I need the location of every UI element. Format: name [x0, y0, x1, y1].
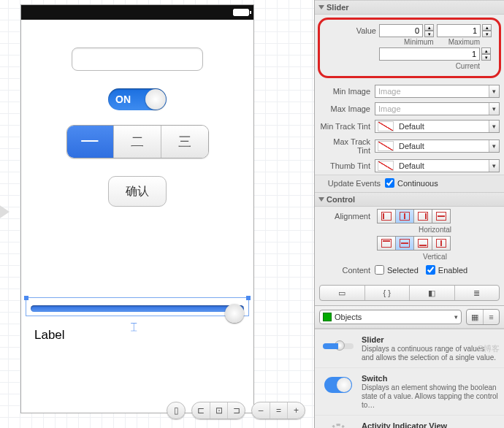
align-h-center-button[interactable]	[395, 209, 414, 223]
chevron-down-icon[interactable]: ▾	[489, 85, 499, 97]
enabled-checkbox[interactable]: Enabled	[426, 265, 467, 275]
continuous-checkbox[interactable]: Continuous	[385, 178, 438, 188]
inspector-panel: Slider Value ▴▾ ▴▾ Minimum Maximum ▴▾ Cu…	[314, 0, 504, 428]
min-image-combo[interactable]: Image ▾	[375, 85, 500, 98]
chevron-down-icon[interactable]: ▾	[451, 313, 461, 321]
slider-selected[interactable]	[26, 297, 249, 316]
chevron-down-icon[interactable]: ▾	[489, 140, 499, 152]
lib-item-desc: Displays a continuous range of values an…	[362, 345, 496, 362]
zoom-in-button[interactable]: +	[287, 402, 305, 419]
chevron-down-icon[interactable]: ▾	[489, 160, 499, 172]
max-tint-combo[interactable]: Default ▾	[375, 140, 500, 153]
align-right-button[interactable]: ⊐	[227, 402, 245, 419]
slider-icon	[321, 335, 356, 357]
selected-checkbox[interactable]: Selected	[375, 265, 419, 275]
align-left-button[interactable]: ⊏	[192, 402, 210, 419]
library-item[interactable]: Slider Displays a continuous range of va…	[315, 329, 504, 368]
tab-file-button[interactable]: ▭	[320, 286, 364, 300]
device-button[interactable]: ▯	[167, 402, 185, 419]
max-image-label: Max Image	[319, 104, 375, 113]
chevron-down-icon[interactable]: ▾	[489, 121, 499, 132]
library-list[interactable]: Slider Displays a continuous range of va…	[315, 329, 504, 428]
min-image-label: Min Image	[319, 87, 375, 96]
max-image-combo[interactable]: Image ▾	[375, 102, 500, 115]
disclosure-triangle-icon[interactable]	[318, 197, 324, 202]
color-swatch-icon[interactable]	[378, 161, 394, 171]
step-up-button[interactable]: ▴	[424, 24, 434, 31]
tab-object-button[interactable]: ◧	[409, 286, 454, 300]
current-value-input[interactable]	[379, 47, 480, 61]
tab-list-button[interactable]: ≣	[454, 286, 500, 300]
step-up-button[interactable]: ▴	[481, 47, 491, 54]
zoom-out-button[interactable]: –	[252, 402, 270, 419]
tab-code-button[interactable]: { }	[364, 286, 410, 300]
vertical-align-group	[378, 236, 451, 251]
uilabel[interactable]: Label	[34, 328, 65, 343]
step-up-button[interactable]: ▴	[482, 24, 492, 31]
continuous-checkbox-input[interactable]	[385, 178, 394, 188]
min-tint-label: Min Track Tint	[319, 122, 375, 131]
enabled-checkbox-input[interactable]	[426, 265, 435, 275]
step-down-button[interactable]: ▾	[424, 31, 434, 37]
align-v-fill-button[interactable]	[432, 236, 451, 251]
segment-2[interactable]: 二	[113, 126, 161, 158]
max-value-field[interactable]: ▴▾	[437, 24, 492, 37]
current-value-field[interactable]: ▴▾	[379, 47, 492, 61]
chevron-down-icon[interactable]: ▾	[489, 103, 499, 115]
disclosure-triangle-icon[interactable]	[318, 5, 324, 9]
value-label: Value	[327, 26, 376, 35]
switch-icon	[321, 374, 356, 396]
text-field[interactable]	[72, 47, 203, 71]
segment-3[interactable]: 三	[161, 126, 208, 158]
lib-item-title: Activity Indicator View	[362, 421, 498, 428]
color-swatch-icon[interactable]	[378, 121, 394, 131]
canvas-arrow-icon	[0, 203, 9, 221]
grid-view-button[interactable]: ▦	[467, 310, 483, 324]
align-v-bottom-button[interactable]	[413, 236, 432, 251]
slider-thumb-icon[interactable]	[225, 304, 244, 323]
list-view-button[interactable]: ≡	[483, 310, 499, 324]
selection-handle-icon[interactable]	[24, 296, 28, 300]
current-sublabel: Current	[456, 62, 480, 70]
align-h-right-button[interactable]	[413, 209, 432, 223]
canvas-toolbar: ▯ ⊏ ⊡ ⊐ – = +	[167, 402, 305, 419]
library-dropdown[interactable]: Objects ▾	[319, 310, 462, 324]
step-down-button[interactable]: ▾	[481, 54, 491, 61]
library-item[interactable]: Activity Indicator View Provides feedbac…	[315, 416, 504, 428]
stepper[interactable]: ▴▾	[482, 24, 492, 37]
step-down-button[interactable]: ▾	[482, 31, 492, 37]
library-item[interactable]: Switch Displays an element showing the b…	[315, 368, 504, 416]
section-title: Slider	[327, 3, 349, 12]
align-center-button[interactable]: ⊡	[210, 402, 227, 419]
zoom-fit-button[interactable]: =	[270, 402, 287, 419]
align-h-fill-button[interactable]	[432, 209, 451, 223]
battery-icon	[233, 9, 249, 16]
combo-value: Default	[396, 122, 489, 131]
selected-checkbox-input[interactable]	[375, 265, 384, 275]
segmented-control[interactable]: 一 二 三	[66, 125, 209, 158]
confirm-button[interactable]: 确认	[108, 176, 167, 207]
max-value-input[interactable]	[437, 24, 481, 37]
section-control[interactable]: Control	[315, 192, 504, 207]
min-tint-combo[interactable]: Default ▾	[375, 120, 500, 133]
minimum-sublabel: Minimum	[404, 38, 434, 46]
align-v-center-button[interactable]	[395, 236, 414, 251]
stepper[interactable]: ▴▾	[424, 24, 434, 37]
watermark-text: O博客	[477, 343, 500, 354]
color-swatch-icon[interactable]	[378, 141, 394, 151]
selection-handle-icon[interactable]	[246, 296, 251, 300]
library-toolbar: Objects ▾ ▦ ≡	[315, 306, 504, 329]
section-slider[interactable]: Slider	[315, 0, 504, 15]
horizontal-sublabel: Horizontal	[315, 226, 504, 234]
selected-text: Selected	[387, 266, 419, 275]
align-h-left-button[interactable]	[377, 209, 396, 223]
thumb-tint-combo[interactable]: Default ▾	[375, 159, 500, 172]
min-value-input[interactable]	[379, 24, 423, 37]
align-v-top-button[interactable]	[377, 236, 396, 251]
segment-1[interactable]: 一	[67, 126, 114, 158]
stepper[interactable]: ▴▾	[481, 47, 491, 61]
min-value-field[interactable]: ▴▾	[379, 24, 434, 37]
switch[interactable]: ON	[108, 88, 167, 110]
highlight-box: Value ▴▾ ▴▾ Minimum Maximum ▴▾ Current	[318, 18, 501, 78]
slider-track[interactable]	[31, 305, 244, 312]
